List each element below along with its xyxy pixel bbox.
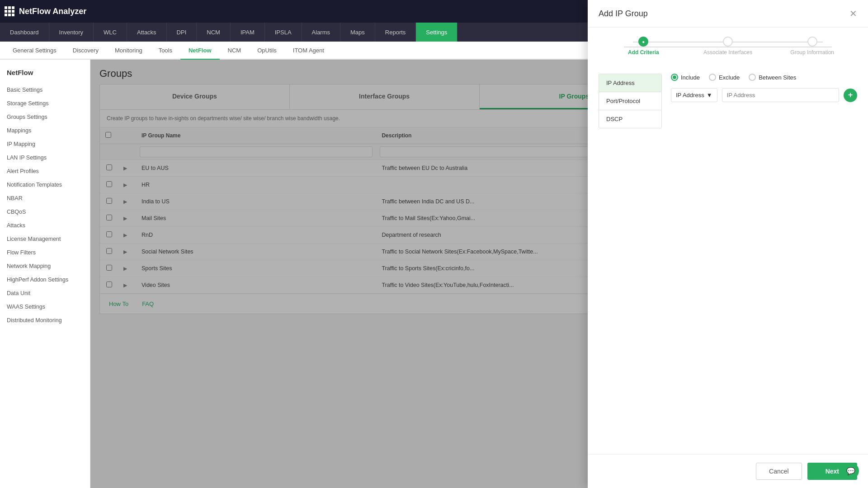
nav-wlc[interactable]: WLC [94,23,127,42]
sub-itom-agent[interactable]: ITOM Agent [285,42,332,60]
nav-ipam[interactable]: IPAM [231,23,265,42]
nav-dashboard[interactable]: Dashboard [0,23,49,42]
app-name: NetFlow Analyzer [19,7,86,16]
sub-oputils[interactable]: OpUtils [249,42,285,60]
help-button[interactable]: 💬 [843,463,859,479]
sub-netflow[interactable]: NetFlow [180,42,220,60]
sidebar-network-mapping[interactable]: Network Mapping [0,259,90,273]
modal-panel: Add IP Group ✕ ● Add Criteria Associate … [588,0,868,488]
step-circle-2 [723,37,733,47]
nav-reports[interactable]: Reports [375,23,416,42]
sidebar-data-unit[interactable]: Data Unit [0,286,90,300]
sidebar-alert-profiles[interactable]: Alert Profiles [0,164,90,178]
sidebar-cbqos[interactable]: CBQoS [0,205,90,219]
sidebar-storage-settings[interactable]: Storage Settings [0,97,90,110]
sidebar-distributed-monitoring[interactable]: Distributed Monitoring [0,314,90,327]
modal-header: Add IP Group ✕ [588,0,868,28]
nav-ipsla[interactable]: IPSLA [265,23,302,42]
radio-include-label: Include [681,74,700,81]
radio-exclude-label: Exclude [719,74,740,81]
radio-dot-between [749,74,756,81]
sidebar-title: NetFlow [0,64,90,83]
sidebar-notification-templates[interactable]: Notification Templates [0,178,90,192]
sub-discovery[interactable]: Discovery [65,42,107,60]
radio-include[interactable]: Include [671,74,700,81]
sidebar-flow-filters[interactable]: Flow Filters [0,246,90,259]
stepper: ● Add Criteria Associate Interfaces Grou… [588,28,868,65]
step-add-criteria: ● Add Criteria [601,37,686,56]
criteria-right: Include Exclude Between Sites IP Address [671,74,857,102]
ip-type-dropdown[interactable]: IP Address ▼ [671,88,717,102]
ip-type-label: IP Address [676,92,704,99]
nav-attacks[interactable]: Attacks [127,23,167,42]
radio-dot-exclude [709,74,716,81]
sidebar-basic-settings[interactable]: Basic Settings [0,83,90,97]
step-associate-interfaces: Associate Interfaces [686,37,770,56]
cancel-button[interactable]: Cancel [756,463,802,480]
criteria-port-protocol[interactable]: Port/Protocol [599,92,661,110]
sidebar: NetFlow Basic Settings Storage Settings … [0,60,90,488]
radio-dot-include [671,74,678,81]
nav-maps[interactable]: Maps [340,23,375,42]
grid-icon[interactable] [5,6,14,16]
modal-title: Add IP Group [599,9,648,19]
sidebar-nbar[interactable]: NBAR [0,192,90,205]
ip-address-input[interactable] [722,88,839,102]
sub-ncm[interactable]: NCM [220,42,250,60]
dropdown-arrow-icon: ▼ [707,92,712,99]
criteria-section: IP Address Port/Protocol DSCP Include Ex… [599,74,857,128]
sub-tools[interactable]: Tools [151,42,180,60]
modal-body: IP Address Port/Protocol DSCP Include Ex… [588,65,868,454]
radio-group: Include Exclude Between Sites [671,74,857,81]
radio-between-label: Between Sites [759,74,796,81]
nav-dpi[interactable]: DPI [167,23,197,42]
sidebar-ip-mapping[interactable]: IP Mapping [0,137,90,151]
ip-row: IP Address ▼ + [671,88,857,102]
nav-alarms[interactable]: Alarms [302,23,340,42]
modal-footer: Cancel Next [588,454,868,488]
sidebar-lan-ip-settings[interactable]: LAN IP Settings [0,151,90,164]
criteria-ip-address[interactable]: IP Address [599,74,661,92]
sidebar-license-management[interactable]: License Management [0,232,90,246]
sidebar-attacks[interactable]: Attacks [0,219,90,232]
sub-monitoring[interactable]: Monitoring [107,42,151,60]
step-label-3: Group Information [790,49,834,56]
step-label-1: Add Criteria [628,49,659,56]
step-circle-1: ● [638,37,648,47]
nav-settings[interactable]: Settings [416,23,458,42]
radio-between-sites[interactable]: Between Sites [749,74,796,81]
criteria-dscp[interactable]: DSCP [599,110,661,128]
close-button[interactable]: ✕ [849,8,857,19]
sub-general-settings[interactable]: General Settings [5,42,65,60]
nav-inventory[interactable]: Inventory [49,23,94,42]
step-group-information: Group Information [770,37,854,56]
sidebar-waas-settings[interactable]: WAAS Settings [0,300,90,314]
criteria-labels: IP Address Port/Protocol DSCP [599,74,662,128]
sidebar-groups-settings[interactable]: Groups Settings [0,110,90,124]
radio-exclude[interactable]: Exclude [709,74,740,81]
add-ip-button[interactable]: + [844,89,857,102]
step-circle-3 [807,37,817,47]
step-label-2: Associate Interfaces [703,49,752,56]
sidebar-mappings[interactable]: Mappings [0,124,90,137]
sidebar-highperf-addon[interactable]: HighPerf Addon Settings [0,273,90,286]
nav-ncm[interactable]: NCM [197,23,231,42]
